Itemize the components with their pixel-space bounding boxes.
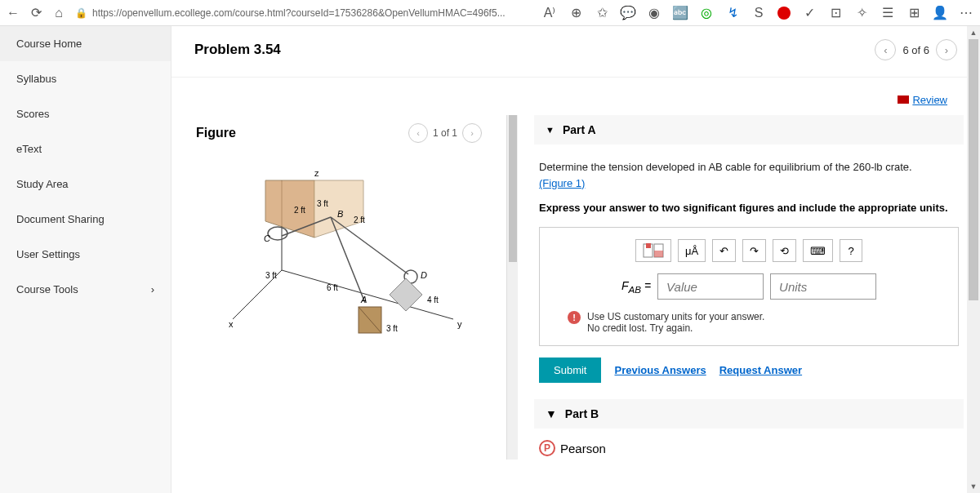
favorite-icon[interactable]: ✩ (595, 6, 609, 20)
sidebar-item-user-settings[interactable]: User Settings (0, 237, 171, 272)
problem-pager: ‹ 6 of 6 › (875, 39, 957, 60)
svg-text:4 ft: 4 ft (427, 295, 439, 304)
url-text: https://openvellum.ecollege.com/course.h… (92, 7, 506, 19)
chevron-right-icon: › (151, 283, 154, 295)
svg-text:D: D (421, 270, 427, 280)
templates-button[interactable] (635, 239, 671, 262)
undo-button[interactable]: ↶ (712, 239, 736, 262)
sidebar-item-study-area[interactable]: Study Area (0, 167, 171, 202)
previous-answers-link[interactable]: Previous Answers (614, 364, 706, 376)
svg-point-0 (268, 227, 287, 240)
svg-rect-25 (654, 251, 663, 257)
figure-link[interactable]: (Figure 1) (539, 177, 585, 189)
figure-scrollbar[interactable] (506, 115, 518, 460)
redo-button[interactable]: ↷ (742, 239, 766, 262)
svg-text:B: B (337, 209, 343, 219)
reset-button[interactable]: ⟲ (773, 239, 796, 262)
ext6-icon[interactable]: ⊞ (906, 6, 921, 20)
figure-next-button[interactable]: › (462, 123, 482, 143)
pearson-logo: P Pearson (534, 437, 964, 460)
next-problem-button[interactable]: › (936, 39, 957, 60)
ext3-icon[interactable] (777, 7, 791, 20)
question-text: Determine the tension developed in AB ca… (534, 159, 964, 201)
figure-prev-button[interactable]: ‹ (408, 123, 428, 143)
refresh-icon[interactable]: ⟳ (29, 7, 42, 20)
part-b-header[interactable]: ▼ Part B (534, 399, 964, 429)
help-button[interactable]: ? (840, 239, 862, 262)
svg-marker-7 (390, 278, 422, 311)
svg-text:z: z (314, 168, 319, 178)
svg-text:A: A (360, 295, 367, 304)
chat-icon[interactable]: 💬 (621, 6, 635, 20)
svg-text:3 ft: 3 ft (386, 324, 398, 333)
home-icon[interactable]: ⌂ (52, 7, 65, 20)
caret-down-icon: ▼ (546, 125, 555, 135)
svg-text:6 ft: 6 ft (327, 283, 338, 292)
figure-pager: 1 of 1 (433, 127, 457, 139)
feedback-message: ! Use US customary units for your answer… (551, 311, 947, 334)
svg-text:x: x (229, 319, 234, 329)
scroll-up-icon[interactable]: ▲ (967, 26, 980, 39)
svg-text:3 ft: 3 ft (265, 271, 277, 280)
sidebar: Course Home Syllabus Scores eText Study … (0, 26, 172, 493)
figure-image: z x y 2 ft 3 ft B 2 ft C 3 ft 6 ft A D 4… (200, 156, 478, 368)
ext2-icon[interactable]: ↯ (725, 6, 740, 20)
page-scrollbar[interactable]: ▲ ▼ (967, 26, 980, 493)
svg-text:y: y (457, 319, 462, 329)
answer-box: μÅ ↶ ↷ ⟲ ⌨ ? FAB = ! (539, 227, 959, 346)
svg-text:3 ft: 3 ft (317, 199, 328, 208)
grammarly-icon[interactable]: ◎ (699, 6, 714, 20)
svg-text:C: C (264, 233, 270, 243)
sidebar-item-course-home[interactable]: Course Home (0, 26, 171, 61)
warning-icon: ! (568, 311, 581, 324)
units-mu-button[interactable]: μÅ (678, 239, 706, 262)
instruction-text: Express your answer to two significant f… (534, 201, 964, 227)
translate-icon[interactable]: 🔤 (673, 6, 688, 20)
sidebar-item-document-sharing[interactable]: Document Sharing (0, 202, 171, 237)
review-link[interactable]: Review (898, 94, 947, 106)
units-input[interactable] (770, 273, 876, 300)
svg-text:2 ft: 2 ft (294, 206, 305, 215)
more-icon[interactable]: ⋯ (959, 6, 973, 20)
caret-down-icon: ▼ (546, 407, 557, 420)
profile-icon[interactable]: 👤 (933, 6, 947, 20)
sidebar-item-syllabus[interactable]: Syllabus (0, 61, 171, 96)
submit-button[interactable]: Submit (539, 358, 601, 383)
sidebar-item-course-tools[interactable]: Course Tools› (0, 272, 171, 307)
svg-text:2 ft: 2 ft (354, 215, 365, 224)
zoom-icon[interactable]: ⊕ (568, 6, 583, 20)
keyboard-button[interactable]: ⌨ (803, 239, 833, 262)
scroll-down-icon[interactable]: ▼ (967, 480, 980, 493)
svg-rect-23 (646, 243, 651, 248)
sidebar-item-scores[interactable]: Scores (0, 96, 171, 131)
shield-icon[interactable]: ✓ (802, 6, 817, 20)
ext4-icon[interactable]: ✧ (854, 6, 869, 20)
ext5-icon[interactable]: ☰ (880, 6, 895, 20)
figure-title: Figure (196, 126, 236, 140)
url-bar[interactable]: 🔒 https://openvellum.ecollege.com/course… (75, 7, 506, 19)
prev-problem-button[interactable]: ‹ (875, 39, 896, 60)
ext1-icon[interactable]: ◉ (647, 6, 662, 20)
back-icon[interactable]: ← (7, 7, 20, 20)
request-answer-link[interactable]: Request Answer (719, 364, 802, 376)
collections-icon[interactable]: ⊡ (828, 6, 843, 20)
sidebar-item-etext[interactable]: eText (0, 131, 171, 167)
lock-icon: 🔒 (75, 7, 87, 19)
read-aloud-icon[interactable]: A⁾ (542, 6, 557, 20)
value-input[interactable] (657, 273, 764, 300)
s-icon[interactable]: S (751, 6, 766, 20)
variable-label: FAB = (621, 279, 651, 295)
part-a-header[interactable]: ▼ Part A (534, 115, 964, 144)
problem-title: Problem 3.54 (194, 42, 281, 58)
